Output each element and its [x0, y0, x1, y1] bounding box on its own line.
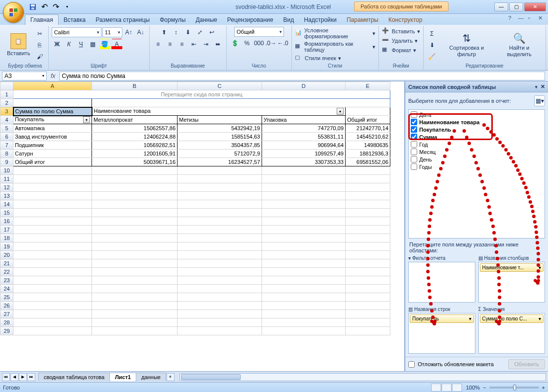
- format-as-table-button[interactable]: ▦Форматировать как таблицу ▾: [295, 40, 375, 53]
- field-checkbox[interactable]: [411, 156, 417, 162]
- find-select-button[interactable]: 🔍Найти и выделить: [496, 32, 543, 58]
- field-Год[interactable]: Год: [410, 141, 544, 148]
- autosum-icon[interactable]: Σ: [427, 28, 438, 39]
- first-sheet-icon[interactable]: ⏮: [2, 373, 10, 381]
- insert-cells-button[interactable]: ➕Вставить ▾: [382, 27, 420, 36]
- align-center-icon[interactable]: ≡: [165, 39, 176, 50]
- mdi-minimize-icon[interactable]: —: [518, 15, 525, 22]
- orientation-icon[interactable]: ⤢: [194, 27, 205, 38]
- currency-icon[interactable]: 💲: [230, 38, 241, 49]
- update-button[interactable]: Обновить: [508, 359, 545, 369]
- field-Покупатель[interactable]: Покупатель: [410, 126, 544, 133]
- sheet-tab[interactable]: данные: [136, 373, 166, 381]
- filter-area[interactable]: [408, 262, 475, 303]
- pane-close-icon[interactable]: ✕: [541, 83, 545, 89]
- font-size-combo[interactable]: 11: [102, 27, 122, 37]
- close-button[interactable]: ✕: [524, 2, 546, 11]
- tab-конструктор[interactable]: Конструктор: [383, 15, 427, 25]
- col-header[interactable]: D: [262, 82, 346, 90]
- field-checkbox[interactable]: [411, 126, 417, 133]
- align-right-icon[interactable]: ≡: [177, 39, 187, 50]
- field-Годы[interactable]: Годы: [410, 163, 544, 170]
- maximize-button[interactable]: ▢: [509, 2, 523, 11]
- field-Наименование товара[interactable]: Наименование товара: [410, 118, 544, 126]
- formula-input[interactable]: Сумма по полю Сумма: [59, 72, 545, 80]
- wrap-text-icon[interactable]: ↩: [206, 27, 217, 38]
- tab-надстройки[interactable]: Надстройки: [299, 15, 342, 25]
- decrease-decimal-icon[interactable]: ←.0: [277, 38, 288, 49]
- field-checkbox[interactable]: [411, 141, 417, 148]
- field-checkbox[interactable]: [411, 163, 417, 170]
- fill-icon[interactable]: ⬇: [427, 40, 438, 51]
- normal-view-icon[interactable]: [431, 384, 441, 392]
- last-sheet-icon[interactable]: ⏭: [27, 373, 35, 381]
- sheet-tab[interactable]: сводная таблица готова: [38, 373, 110, 381]
- name-box[interactable]: A3▾: [2, 72, 47, 80]
- page-break-view-icon[interactable]: [452, 384, 462, 392]
- zoom-in-icon[interactable]: +: [542, 385, 545, 391]
- minimize-button[interactable]: —: [494, 2, 508, 11]
- align-bottom-icon[interactable]: ⬇: [183, 27, 193, 38]
- paste-button[interactable]: 📋 Вставить: [5, 32, 32, 57]
- number-format-combo[interactable]: Общий: [234, 27, 284, 37]
- qat-dropdown-icon[interactable]: ▾: [62, 2, 72, 12]
- field-Месяц[interactable]: Месяц: [410, 148, 544, 156]
- tab-вид[interactable]: Вид: [278, 15, 299, 25]
- field-checkbox[interactable]: [411, 111, 417, 118]
- active-cell[interactable]: Сумма по полю Сумма: [13, 107, 92, 116]
- help-icon[interactable]: ?: [508, 15, 515, 22]
- column-field-item[interactable]: Наименование т...▾: [480, 263, 544, 272]
- italic-icon[interactable]: К: [64, 39, 75, 50]
- row-field-item[interactable]: Покупатель▾: [410, 314, 474, 323]
- sort-filter-button[interactable]: ⇅Сортировка и фильтр: [440, 32, 494, 58]
- zoom-level[interactable]: 100%: [466, 385, 480, 391]
- clear-icon[interactable]: 🧹: [427, 51, 438, 62]
- tab-данные[interactable]: Данные: [190, 15, 222, 25]
- office-button[interactable]: [3, 2, 24, 23]
- format-cells-button[interactable]: ▦Формат ▾: [382, 46, 420, 55]
- mdi-close-icon[interactable]: ✕: [538, 15, 545, 22]
- font-name-combo[interactable]: Calibri: [52, 27, 101, 37]
- copy-icon[interactable]: ⎘: [34, 40, 45, 51]
- row-field-dropdown[interactable]: ▾: [83, 116, 90, 123]
- rows-area[interactable]: Покупатель▾: [408, 313, 475, 354]
- field-Сумма[interactable]: Сумма: [410, 133, 544, 141]
- tab-рецензирование[interactable]: Рецензирование: [222, 15, 278, 25]
- increase-indent-icon[interactable]: ⇥: [200, 39, 211, 50]
- field-Дата[interactable]: Дата: [410, 111, 544, 118]
- page-filter-area[interactable]: Перетащите сюда поля страниц: [13, 90, 390, 99]
- tab-формулы[interactable]: Формулы: [155, 15, 190, 25]
- fx-icon[interactable]: fx: [51, 73, 55, 79]
- save-icon[interactable]: [28, 2, 38, 12]
- mdi-restore-icon[interactable]: ▫: [528, 15, 535, 22]
- underline-icon[interactable]: Ч: [76, 39, 87, 50]
- font-color-icon[interactable]: A: [111, 39, 122, 50]
- pane-dropdown-icon[interactable]: ▾: [535, 84, 538, 89]
- field-checkbox[interactable]: [411, 134, 417, 140]
- conditional-format-button[interactable]: 📊Условное форматирование ▾: [295, 27, 375, 40]
- align-top-icon[interactable]: ⬆: [159, 27, 170, 38]
- worksheet[interactable]: ABCDE1Перетащите сюда поля страниц23Сумм…: [0, 81, 405, 371]
- undo-icon[interactable]: ↶: [39, 2, 49, 12]
- field-checkbox[interactable]: [411, 149, 417, 155]
- field-list[interactable]: ДатаНаименование товараПокупательСуммаГо…: [408, 109, 545, 238]
- decrease-indent-icon[interactable]: ⇤: [188, 39, 199, 50]
- col-header[interactable]: A: [13, 82, 92, 90]
- next-sheet-icon[interactable]: ▶: [19, 373, 27, 381]
- cut-icon[interactable]: ✂: [34, 28, 45, 39]
- bold-icon[interactable]: Ж: [52, 39, 63, 50]
- columns-area[interactable]: Наименование т...▾: [478, 262, 546, 303]
- align-left-icon[interactable]: ≡: [153, 39, 164, 50]
- tab-вставка[interactable]: Вставка: [59, 15, 91, 25]
- comma-icon[interactable]: 000: [254, 38, 265, 49]
- value-field-item[interactable]: Сумма по полю С...▾: [480, 314, 544, 323]
- layout-icon[interactable]: ▦▾: [534, 95, 545, 106]
- field-checkbox[interactable]: [411, 119, 417, 125]
- tab-разметка страницы[interactable]: Разметка страницы: [91, 15, 155, 25]
- merge-icon[interactable]: ⬌: [212, 39, 223, 50]
- col-field-dropdown[interactable]: ▾: [337, 108, 344, 115]
- sheet-tab[interactable]: Лист1: [109, 373, 136, 381]
- page-layout-view-icon[interactable]: [442, 384, 452, 392]
- field-День[interactable]: День: [410, 156, 544, 163]
- values-area[interactable]: Сумма по полю С...▾: [478, 313, 546, 354]
